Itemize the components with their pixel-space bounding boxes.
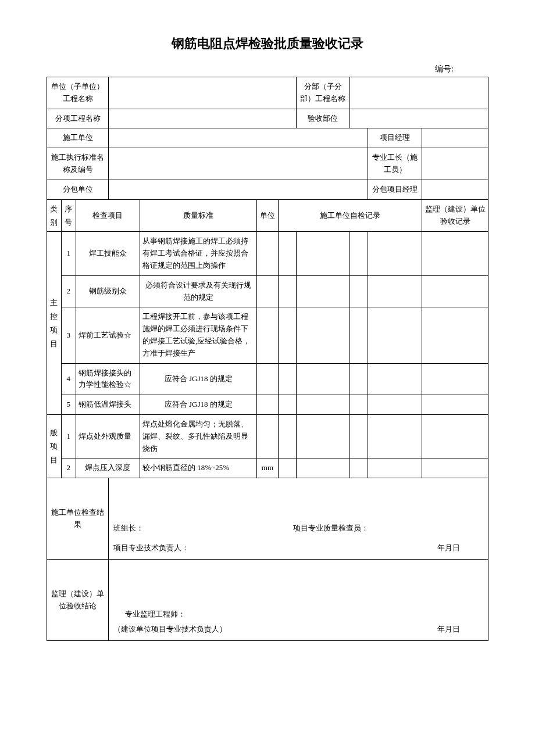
main-check-3b[interactable] — [296, 307, 350, 363]
main-super-4[interactable] — [422, 363, 488, 395]
input-standard-name[interactable] — [109, 148, 368, 180]
header-unit: 单位 — [257, 199, 278, 232]
header-supervisor-record: 监理（建设）单位验收记录 — [422, 199, 488, 232]
category-general: 般项目 — [47, 414, 62, 478]
gen-check-2d[interactable] — [368, 458, 422, 478]
gen-check-2c[interactable] — [350, 458, 368, 478]
main-check-5b[interactable] — [296, 395, 350, 415]
main-check-2b[interactable] — [296, 275, 350, 307]
main-unit-5 — [257, 395, 278, 415]
main-super-1[interactable] — [422, 232, 488, 275]
gen-check-1d[interactable] — [368, 414, 422, 458]
main-seq-5: 5 — [61, 395, 76, 415]
main-std-1: 从事钢筋焊接施工的焊工必须持有焊工考试合格证，并应按照合格证规定的范围上岗操作 — [140, 232, 257, 275]
label-accept-part: 验收部位 — [296, 109, 350, 128]
header-self-check: 施工单位自检记录 — [278, 199, 422, 232]
label-quality-inspector: 项目专业质量检查员： — [293, 522, 369, 535]
label-supervisor-engineer: 专业监理工程师： — [113, 608, 483, 621]
label-subcontract-manager: 分包项目经理 — [368, 180, 422, 199]
main-check-1b[interactable] — [296, 232, 350, 275]
label-owner-tech-leader: （建设单位项目专业技术负责人） — [113, 625, 227, 633]
main-check-2d[interactable] — [368, 275, 422, 307]
main-check-2c[interactable] — [350, 275, 368, 307]
main-seq-4: 4 — [61, 363, 76, 395]
input-construct-unit[interactable] — [109, 128, 368, 148]
gen-check-1b[interactable] — [296, 414, 350, 458]
main-check-2a[interactable] — [278, 275, 296, 307]
label-project-manager: 项目经理 — [368, 128, 422, 148]
category-main: 主控项目 — [47, 232, 62, 415]
main-super-3[interactable] — [422, 307, 488, 363]
label-tech-leader: 项目专业技术负责人： — [113, 543, 189, 552]
construct-result-block[interactable]: 班组长： 项目专业质量检查员： 项目专业技术负责人： 年月日 — [109, 478, 488, 560]
input-pro-foreman[interactable] — [422, 148, 488, 180]
serial-label: 编号: — [47, 64, 488, 74]
main-check-5d[interactable] — [368, 395, 422, 415]
main-check-5a[interactable] — [278, 395, 296, 415]
gen-seq-1: 1 — [61, 414, 76, 458]
main-super-2[interactable] — [422, 275, 488, 307]
gen-check-1a[interactable] — [278, 414, 296, 458]
main-check-1a[interactable] — [278, 232, 296, 275]
gen-check-2a[interactable] — [278, 458, 296, 478]
label-pro-foreman: 专业工长（施工员） — [368, 148, 422, 180]
main-unit-3 — [257, 307, 278, 363]
input-accept-part[interactable] — [350, 109, 488, 128]
date-1: 年月日 — [437, 542, 460, 554]
label-subcontract-unit: 分包单位 — [47, 180, 109, 199]
label-construct-result: 施工单位检查结果 — [47, 478, 109, 560]
main-unit-4 — [257, 363, 278, 395]
gen-name-2: 焊点压入深度 — [76, 458, 140, 478]
main-check-3a[interactable] — [278, 307, 296, 363]
header-seq: 序号 — [61, 199, 76, 232]
header-check-item: 检查项目 — [76, 199, 140, 232]
main-check-4d[interactable] — [368, 363, 422, 395]
header-category: 类别 — [47, 199, 62, 232]
main-name-2: 钢筋级别众 — [76, 275, 140, 307]
input-subcontract-manager[interactable] — [422, 180, 488, 199]
gen-check-2b[interactable] — [296, 458, 350, 478]
main-check-5c[interactable] — [350, 395, 368, 415]
main-check-4c[interactable] — [350, 363, 368, 395]
gen-super-2[interactable] — [422, 458, 488, 478]
label-team-leader: 班组长： — [113, 522, 291, 535]
input-sub-project[interactable] — [350, 77, 488, 109]
main-check-1d[interactable] — [368, 232, 422, 275]
label-sub-project: 分部（子分部）工程名称 — [296, 77, 350, 109]
main-check-1c[interactable] — [350, 232, 368, 275]
header-quality-std: 质量标准 — [140, 199, 257, 232]
main-check-3d[interactable] — [368, 307, 422, 363]
main-std-2: 必须符合设计要求及有关现行规范的规定 — [140, 275, 257, 307]
label-standard-name: 施工执行标准名称及编号 — [47, 148, 109, 180]
label-supervisor-conclusion: 监理（建设）单位验收结论 — [47, 560, 109, 641]
page-title: 钢筋电阻点焊检验批质量验收记录 — [47, 35, 488, 52]
main-name-3: 焊前工艺试验☆ — [76, 307, 140, 363]
main-unit-1 — [257, 232, 278, 275]
input-item-project[interactable] — [109, 109, 296, 128]
main-check-4a[interactable] — [278, 363, 296, 395]
date-2: 年月日 — [437, 624, 460, 636]
label-item-project: 分项工程名称 — [47, 109, 109, 128]
input-unit-project[interactable] — [109, 77, 296, 109]
gen-super-1[interactable] — [422, 414, 488, 458]
label-construct-unit: 施工单位 — [47, 128, 109, 148]
main-unit-2 — [257, 275, 278, 307]
main-check-3c[interactable] — [350, 307, 368, 363]
gen-unit-2: mm — [257, 458, 278, 478]
main-seq-2: 2 — [61, 275, 76, 307]
gen-std-1: 焊点处熔化金属均匀；无脱落、漏焊、裂纹、多孔性缺陷及明显烧伤 — [140, 414, 257, 458]
gen-unit-1 — [257, 414, 278, 458]
input-project-manager[interactable] — [422, 128, 488, 148]
main-name-5: 钢筋低温焊接头 — [76, 395, 140, 415]
inspection-form-table: 单位（子单位）工程名称 分部（子分部）工程名称 分项工程名称 验收部位 施工单位… — [47, 77, 488, 641]
input-subcontract-unit[interactable] — [109, 180, 368, 199]
supervisor-conclusion-block[interactable]: 专业监理工程师： （建设单位项目专业技术负责人） 年月日 — [109, 560, 488, 641]
label-unit-project: 单位（子单位）工程名称 — [47, 77, 109, 109]
main-name-1: 焊工技能众 — [76, 232, 140, 275]
main-super-5[interactable] — [422, 395, 488, 415]
main-std-4: 应符合 JGJ18 的规定 — [140, 363, 257, 395]
main-check-4b[interactable] — [296, 363, 350, 395]
gen-check-1c[interactable] — [350, 414, 368, 458]
gen-seq-2: 2 — [61, 458, 76, 478]
main-std-5: 应符合 JGJ18 的规定 — [140, 395, 257, 415]
